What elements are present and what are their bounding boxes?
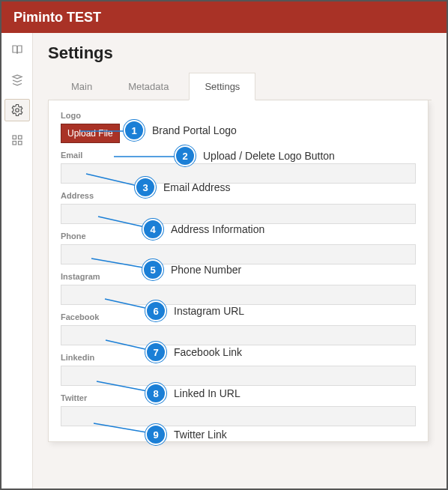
instagram-input[interactable] bbox=[61, 285, 416, 305]
settings-panel: Logo Upload File Email Address Phone Ins… bbox=[48, 100, 429, 442]
page-title: Settings bbox=[48, 43, 432, 63]
instagram-label: Instagram bbox=[61, 272, 416, 281]
linkedin-group: Linkedin bbox=[61, 353, 416, 386]
book-icon bbox=[10, 43, 24, 57]
tab-metadata[interactable]: Metadata bbox=[112, 73, 184, 100]
grid-icon bbox=[10, 133, 24, 147]
app-title: Piminto TEST bbox=[13, 10, 101, 25]
tab-settings[interactable]: Settings bbox=[189, 73, 255, 100]
address-label: Address bbox=[61, 191, 416, 200]
sidebar-item-2[interactable] bbox=[4, 69, 30, 91]
stack-icon bbox=[10, 73, 24, 87]
upload-file-button[interactable]: Upload File bbox=[61, 124, 120, 143]
phone-label: Phone bbox=[61, 232, 416, 241]
sidebar bbox=[1, 33, 33, 489]
phone-input[interactable] bbox=[61, 244, 416, 264]
email-group: Email bbox=[61, 151, 416, 184]
sidebar-item-4[interactable] bbox=[4, 129, 30, 151]
sidebar-item-1[interactable] bbox=[4, 39, 30, 61]
layout: Settings Main Metadata Settings Logo Upl… bbox=[1, 33, 447, 489]
svg-rect-1 bbox=[13, 136, 16, 139]
email-label: Email bbox=[61, 151, 416, 160]
linkedin-label: Linkedin bbox=[61, 353, 416, 362]
email-input[interactable] bbox=[61, 163, 416, 184]
facebook-label: Facebook bbox=[61, 312, 416, 321]
sidebar-item-settings[interactable] bbox=[4, 99, 30, 121]
twitter-label: Twitter bbox=[61, 393, 416, 402]
tabs: Main Metadata Settings bbox=[48, 72, 432, 100]
facebook-input[interactable] bbox=[61, 325, 416, 345]
gear-icon bbox=[10, 103, 24, 117]
svg-rect-2 bbox=[18, 136, 22, 139]
instagram-group: Instagram bbox=[61, 272, 416, 305]
address-group: Address bbox=[61, 191, 416, 224]
twitter-group: Twitter bbox=[61, 393, 416, 426]
twitter-input[interactable] bbox=[61, 406, 416, 426]
linkedin-input[interactable] bbox=[61, 366, 416, 386]
app-header: Piminto TEST bbox=[1, 1, 447, 33]
content: Settings Main Metadata Settings Logo Upl… bbox=[33, 33, 447, 489]
tab-main[interactable]: Main bbox=[55, 73, 108, 100]
address-input[interactable] bbox=[61, 204, 416, 224]
logo-label: Logo bbox=[61, 111, 416, 120]
phone-group: Phone bbox=[61, 232, 416, 264]
svg-rect-3 bbox=[13, 142, 16, 145]
svg-point-0 bbox=[15, 109, 19, 112]
facebook-group: Facebook bbox=[61, 312, 416, 345]
logo-group: Logo Upload File bbox=[61, 111, 416, 143]
svg-rect-4 bbox=[18, 142, 22, 145]
